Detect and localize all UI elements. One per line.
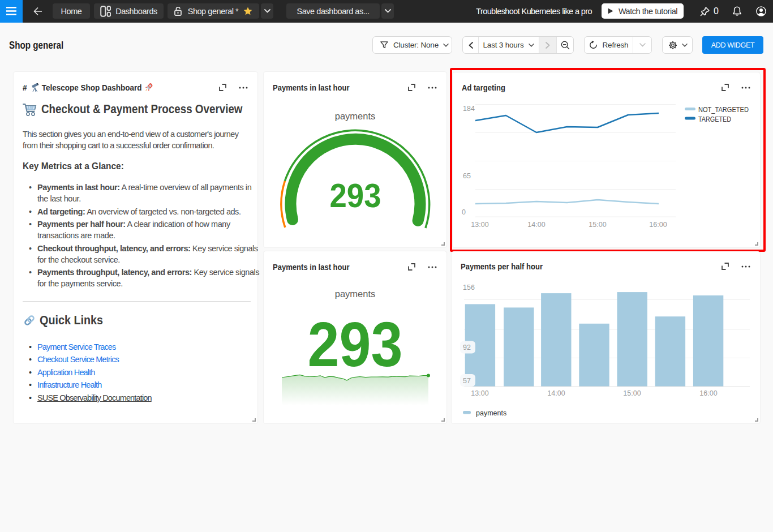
svg-text:293: 293 (330, 177, 381, 214)
svg-text:14:00: 14:00 (527, 221, 545, 229)
svg-text:15:00: 15:00 (623, 389, 641, 397)
svg-text:16:00: 16:00 (699, 389, 717, 397)
svg-text:16:00: 16:00 (649, 221, 667, 229)
svg-text:NOT_TARGETED: NOT_TARGETED (698, 106, 749, 114)
svg-text:57: 57 (463, 377, 471, 385)
svg-text:92: 92 (463, 344, 471, 351)
svg-text:15:00: 15:00 (589, 221, 606, 229)
svg-text:13:00: 13:00 (471, 389, 488, 397)
svg-text:payments: payments (476, 409, 506, 417)
svg-text:293: 293 (308, 309, 403, 380)
svg-text:156: 156 (463, 284, 475, 291)
svg-text:65: 65 (463, 172, 471, 180)
svg-text:0: 0 (462, 208, 466, 216)
svg-text:TARGETED: TARGETED (698, 115, 731, 123)
svg-text:13:00: 13:00 (471, 221, 488, 229)
svg-text:184: 184 (463, 105, 475, 113)
svg-text:14:00: 14:00 (547, 389, 565, 397)
